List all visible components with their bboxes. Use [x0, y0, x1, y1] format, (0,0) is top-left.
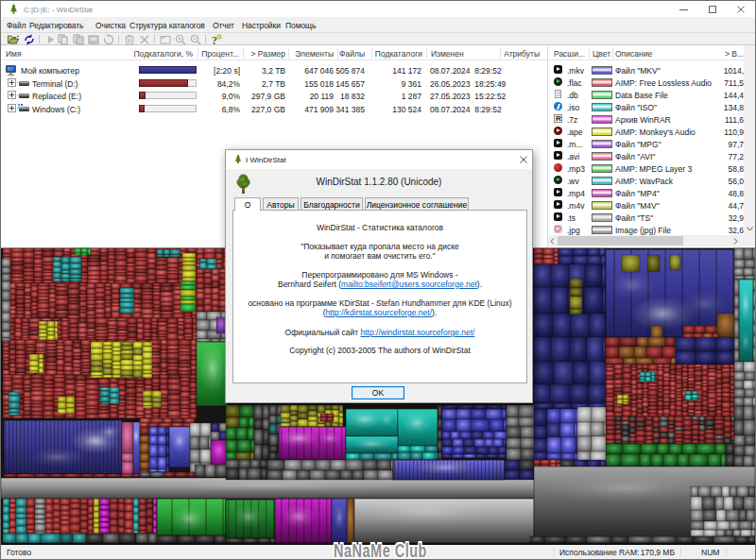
svg-text:?: ?	[212, 34, 217, 45]
